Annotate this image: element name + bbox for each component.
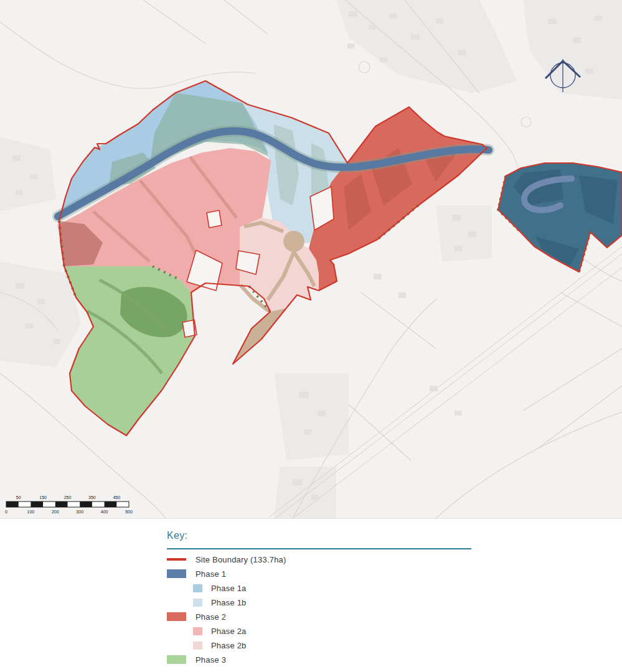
key-item-label: Phase 1a: [211, 584, 247, 593]
svg-text:450: 450: [113, 495, 120, 500]
svg-text:300: 300: [76, 510, 83, 514]
key-item-phase-3: Phase 3: [167, 655, 471, 664]
phase-2b-green-circle: [283, 231, 304, 252]
svg-text:350: 350: [88, 495, 96, 500]
phase-3-swatch: [167, 655, 186, 664]
map-drawing: 50 150 250 350 450 0 100 200 300 400 500: [0, 0, 622, 518]
key-divider: [167, 548, 471, 549]
svg-text:0: 0: [5, 510, 7, 514]
site-phasing-map: 50 150 250 350 450 0 100 200 300 400 500: [0, 0, 622, 519]
phase-2-swatch: [167, 612, 186, 621]
map-key: Key: Site Boundary (133.7ha) Phase 1 Pha…: [167, 530, 471, 664]
svg-text:250: 250: [64, 495, 72, 500]
phase-2b-swatch: [193, 642, 202, 650]
key-item-phase-1b: Phase 1b: [167, 598, 471, 607]
phase-2a-swatch: [193, 627, 202, 635]
svg-text:400: 400: [101, 510, 108, 514]
key-title: Key:: [167, 530, 471, 541]
key-item-label: Phase 2: [196, 612, 226, 622]
key-item-site-boundary: Site Boundary (133.7ha): [167, 555, 471, 564]
key-item-label: Phase 2a: [211, 627, 247, 636]
svg-text:50: 50: [16, 495, 21, 500]
key-rows: Site Boundary (133.7ha) Phase 1 Phase 1a…: [167, 555, 471, 664]
site-boundary-swatch: [167, 558, 186, 561]
phase-1-swatch: [167, 569, 186, 578]
phase-1b-swatch: [193, 599, 202, 607]
key-item-phase-2: Phase 2: [167, 612, 471, 621]
phasing-plan-page: 50 150 250 350 450 0 100 200 300 400 500…: [0, 0, 622, 672]
key-item-label: Site Boundary (133.7ha): [196, 555, 286, 564]
key-item-phase-2a: Phase 2a: [167, 627, 471, 635]
key-item-label: Phase 2b: [211, 641, 247, 650]
key-item-phase-1: Phase 1: [167, 569, 471, 578]
phase-1a-swatch: [193, 584, 202, 592]
key-item-label: Phase 1: [196, 569, 226, 579]
key-item-label: Phase 3: [196, 655, 226, 665]
svg-text:500: 500: [125, 510, 133, 514]
svg-text:100: 100: [27, 510, 35, 514]
key-item-label: Phase 1b: [211, 598, 247, 607]
key-item-phase-1a: Phase 1a: [167, 584, 471, 592]
key-item-phase-2b: Phase 2b: [167, 641, 471, 650]
svg-text:200: 200: [52, 510, 59, 514]
svg-text:150: 150: [39, 495, 47, 500]
